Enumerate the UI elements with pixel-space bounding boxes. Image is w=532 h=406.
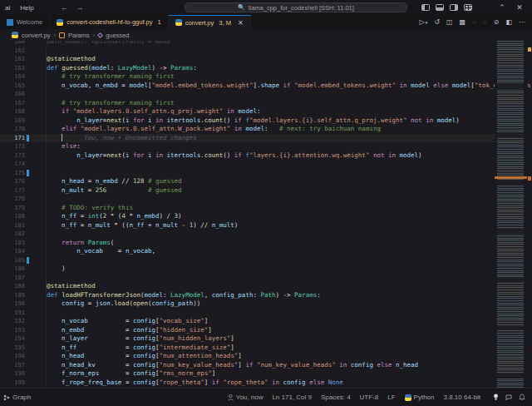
code-line[interactable]: 175 bbox=[0, 169, 495, 178]
code-line[interactable]: 178 bbox=[0, 195, 495, 204]
code-line[interactable]: 168 if "model.layers.0.self_attn.q_proj.… bbox=[0, 107, 495, 116]
gitlens-blame-status[interactable]: You, now bbox=[228, 394, 264, 401]
code-line[interactable]: 189 def loadHFTransformerJson(model: Laz… bbox=[0, 291, 495, 300]
toggle-panel-icon[interactable] bbox=[436, 4, 444, 11]
code-line[interactable]: 174 bbox=[0, 160, 495, 169]
code-line[interactable]: 183 return Params( bbox=[0, 239, 495, 248]
line-number: 196 bbox=[0, 352, 25, 361]
code-line[interactable]: 190 config = json.load(open(config_path)… bbox=[0, 300, 495, 309]
code-line[interactable]: 164 # try transformer naming first bbox=[0, 72, 495, 82]
toggle-blame-icon[interactable]: ○ bbox=[472, 18, 476, 26]
line-number: 183 bbox=[0, 239, 25, 248]
window-close-icon[interactable]: ✕ bbox=[514, 3, 525, 12]
code-editor[interactable]: 160 path_model: Optional[Path] = None161… bbox=[0, 41, 532, 388]
tab-close-icon[interactable]: ✕ bbox=[238, 19, 244, 27]
menu-terminal[interactable]: al bbox=[0, 0, 15, 15]
run-python-file-button[interactable]: ▷▾ bbox=[420, 18, 428, 26]
commit-graph-status[interactable]: Graph bbox=[3, 394, 31, 401]
code-line[interactable]: 163 def guessed(model: LazyModel) -> Par… bbox=[0, 64, 495, 73]
line-number: 189 bbox=[0, 291, 25, 300]
code-line[interactable]: 167 # try transformer naming first bbox=[0, 99, 495, 108]
disable-icon[interactable]: ⊘ bbox=[494, 18, 500, 26]
graph-icon bbox=[3, 394, 10, 401]
code-line[interactable]: 165 n_vocab, n_embd = model["model.embed… bbox=[0, 82, 495, 91]
tab-convert-py[interactable]: convert.py 3, M ✕ bbox=[169, 15, 251, 29]
line-content: n_ff = config["intermediate_size"] bbox=[25, 344, 234, 353]
line-content: # try transformer naming first bbox=[25, 72, 175, 82]
file-history-icon[interactable]: ↺ bbox=[434, 18, 440, 26]
python-interpreter-status[interactable]: 3.8.10 64-bit bbox=[444, 394, 480, 401]
code-line[interactable]: 184 n_vocab = n_vocab, bbox=[0, 247, 495, 256]
toggle-primary-sidebar-icon[interactable] bbox=[421, 4, 430, 11]
breadcrumb-class[interactable]: Params bbox=[68, 32, 90, 39]
bell-icon[interactable] bbox=[519, 394, 525, 401]
code-line[interactable]: 197 n_head_kv = config["num_key_value_he… bbox=[0, 361, 495, 370]
code-line[interactable]: 196 n_head = config["num_attention_heads… bbox=[0, 352, 495, 361]
language-status[interactable]: Python bbox=[405, 394, 435, 401]
code-line[interactable]: 176 n_head = n_embd // 128 # guessed bbox=[0, 177, 495, 186]
code-line[interactable]: 166 bbox=[0, 90, 495, 99]
heatmap-icon[interactable]: ○ bbox=[483, 18, 487, 26]
open-changes-icon[interactable]: ◫ bbox=[446, 18, 453, 26]
line-number: 185 bbox=[0, 256, 25, 265]
forward-icon[interactable]: → bbox=[76, 3, 84, 12]
code-line[interactable]: 199 f_rope_freq_base = config["rope_thet… bbox=[0, 379, 495, 388]
line-number: 169 bbox=[0, 116, 25, 126]
eol-status[interactable]: LF bbox=[387, 394, 395, 401]
breadcrumb-method[interactable]: guessed bbox=[106, 32, 129, 39]
line-number: 163 bbox=[0, 64, 25, 73]
code-line[interactable]: 181 n_ff = n_mult * ((n_ff + n_mult - 1)… bbox=[0, 221, 495, 230]
code-line[interactable]: 186 ) bbox=[0, 265, 495, 274]
code-line[interactable]: 172 else: bbox=[0, 142, 495, 151]
code-line[interactable]: 191 bbox=[0, 309, 495, 318]
code-line[interactable]: 162 @staticmethod bbox=[0, 55, 495, 64]
lightbulb-icon[interactable] bbox=[493, 394, 499, 401]
line-content bbox=[25, 160, 32, 169]
code-line[interactable]: 170 elif "model.layers.0.self_attn.W_pac… bbox=[0, 125, 495, 134]
back-icon[interactable]: ← bbox=[61, 3, 68, 12]
code-line[interactable]: 188 @staticmethod bbox=[0, 282, 495, 291]
search-icon: 🔍 bbox=[238, 4, 245, 11]
encoding-status[interactable]: UTF-8 bbox=[360, 394, 379, 401]
code-line[interactable]: 171 You, now • Uncommitted changes bbox=[0, 134, 495, 143]
minimap[interactable] bbox=[495, 41, 527, 388]
tab-welcome[interactable]: Welcome bbox=[0, 15, 50, 29]
code-line[interactable]: 187 bbox=[0, 274, 495, 283]
annotations-icon[interactable]: ▩ bbox=[459, 18, 466, 26]
command-center[interactable]: 🔍 llama_cpp_for_codeshell [SSH: 11.01] bbox=[185, 2, 407, 12]
more-actions-icon[interactable]: ⋯ bbox=[519, 18, 525, 26]
line-number: 195 bbox=[0, 344, 25, 353]
toggle-secondary-sidebar-icon[interactable] bbox=[450, 4, 458, 11]
overview-ruler[interactable] bbox=[527, 41, 532, 388]
line-number: 168 bbox=[0, 107, 25, 116]
customize-layout-icon[interactable] bbox=[464, 4, 472, 11]
code-line[interactable]: 177 n_mult = 256 # guessed bbox=[0, 186, 495, 196]
code-line[interactable]: 182 bbox=[0, 230, 495, 239]
symbol-method-icon bbox=[97, 32, 103, 37]
line-content: n_mult = 256 # guessed bbox=[25, 186, 182, 196]
split-editor-icon[interactable]: ◧ bbox=[505, 18, 512, 26]
python-file-icon bbox=[175, 19, 182, 26]
chevron-up-icon[interactable]: ⌃ bbox=[496, 3, 508, 12]
tab-convert-codeshell[interactable]: convert-codeshell-hf-to-gguf.py 1 bbox=[50, 15, 169, 29]
code-line[interactable]: 161 bbox=[0, 47, 495, 56]
code-line[interactable]: 194 n_layer = config["num_hidden_layers"… bbox=[0, 334, 495, 344]
code-line[interactable]: 179 # TODO: verify this bbox=[0, 204, 495, 213]
code-line[interactable]: 169 n_layer=next(i for i in itertools.co… bbox=[0, 116, 495, 126]
line-content: @staticmethod bbox=[25, 282, 96, 291]
line-number: 193 bbox=[0, 326, 25, 335]
code-line[interactable]: 198 f_norm_eps = config["rms_norm_eps"] bbox=[0, 369, 495, 379]
tab-label: Welcome bbox=[17, 18, 42, 26]
code-line[interactable]: 195 n_ff = config["intermediate_size"] bbox=[0, 344, 495, 353]
breadcrumb-file[interactable]: convert.py bbox=[22, 32, 51, 39]
blame-label: You, now bbox=[236, 394, 264, 401]
code-line[interactable]: 193 n_embd = config["hidden_size"] bbox=[0, 326, 495, 335]
cursor-position-status[interactable]: Ln 171, Col 9 bbox=[272, 394, 312, 401]
code-line[interactable]: 185 bbox=[0, 256, 495, 265]
code-line[interactable]: 180 n_ff = int(2 * (4 * n_embd) / 3) bbox=[0, 212, 495, 221]
code-line[interactable]: 192 n_vocab = config["vocab_size"] bbox=[0, 317, 495, 326]
feedback-icon[interactable] bbox=[505, 394, 512, 401]
menu-help[interactable]: Help bbox=[15, 0, 38, 15]
code-line[interactable]: 173 n_layer=next(i for i in itertools.co… bbox=[0, 151, 495, 161]
indentation-status[interactable]: Spaces: 4 bbox=[321, 394, 351, 401]
